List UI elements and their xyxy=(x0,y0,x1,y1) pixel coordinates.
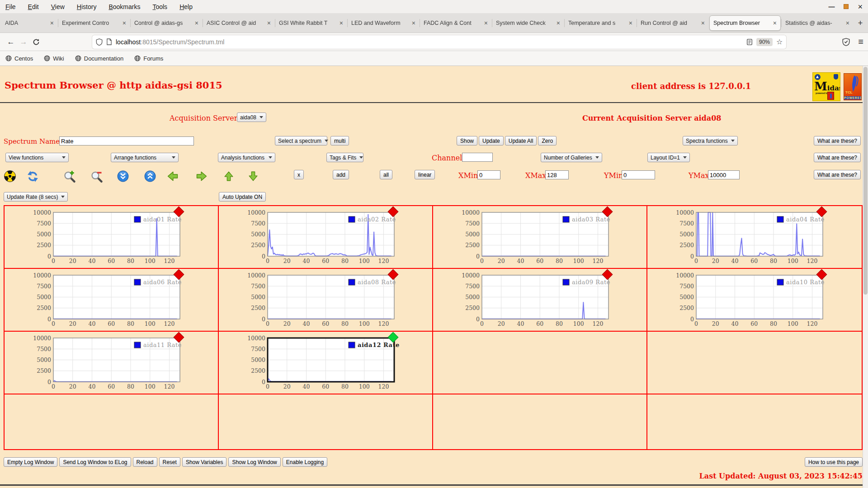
reload-button[interactable] xyxy=(30,36,42,48)
what-are-these-button-2[interactable]: What are these? xyxy=(814,153,861,162)
tab-close-icon[interactable]: × xyxy=(629,19,632,27)
bookmark-forums[interactable]: Forums xyxy=(134,55,163,62)
tab-close-icon[interactable]: × xyxy=(123,19,126,27)
spectrum-chart-aida04[interactable]: 025005000750010000020406080100120aida04 … xyxy=(647,206,860,266)
reset-button[interactable]: Reset xyxy=(159,457,180,467)
menu-help[interactable]: Help xyxy=(179,3,193,10)
update-rate-dropdown[interactable]: Update Rate (8 secs) xyxy=(4,192,68,202)
select-spectrum-dropdown[interactable]: Select a spectrum xyxy=(275,136,327,145)
spectrum-chart-aida02[interactable]: 025005000750010000020406080100120aida02 … xyxy=(219,206,431,266)
view-functions-dropdown[interactable]: View functions xyxy=(5,153,69,162)
bookmark-wiki[interactable]: Wiki xyxy=(44,55,64,62)
pan-left-icon[interactable] xyxy=(166,170,179,183)
scrollbar-thumb[interactable] xyxy=(863,67,868,295)
tab-system-wide-check[interactable]: System wide Check× xyxy=(492,15,564,31)
what-are-these-button-3[interactable]: What are these? xyxy=(814,170,861,179)
number-of-galleries-dropdown[interactable]: Number of Galleries xyxy=(541,153,602,162)
tab-asic-control-aid[interactable]: ASIC Control @ aid× xyxy=(203,15,274,31)
gallery-cell-empty[interactable] xyxy=(433,394,647,449)
x-axis-button[interactable]: x xyxy=(294,170,304,179)
all-button[interactable]: all xyxy=(380,170,392,179)
menu-history[interactable]: History xyxy=(77,3,97,10)
tab-close-icon[interactable]: × xyxy=(701,19,705,27)
tab-close-icon[interactable]: × xyxy=(773,19,777,27)
bookmark-documentation[interactable]: Documentation xyxy=(75,55,123,62)
zero-button[interactable]: Zero xyxy=(538,136,557,145)
multi-button[interactable]: multi xyxy=(330,136,349,145)
tab-close-icon[interactable]: × xyxy=(340,19,343,27)
spectra-functions-dropdown[interactable]: Spectra functions xyxy=(683,136,738,145)
reload-button[interactable]: Reload xyxy=(133,457,157,467)
arrange-functions-dropdown[interactable]: Arrange functions xyxy=(111,153,179,162)
menu-bookmarks[interactable]: Bookmarks xyxy=(108,3,140,10)
xmin-input[interactable] xyxy=(477,170,500,179)
tab-close-icon[interactable]: × xyxy=(195,19,198,27)
close-icon[interactable]: × xyxy=(858,5,863,9)
gallery-cell-aida06[interactable]: 025005000750010000020406080100120aida06 … xyxy=(5,269,219,332)
how-to-use-button[interactable]: How to use this page xyxy=(805,457,863,467)
spectrum-chart-aida08[interactable]: 025005000750010000020406080100120aida08 … xyxy=(219,269,431,329)
tab-close-icon[interactable]: × xyxy=(412,19,415,27)
zoom-out-icon[interactable] xyxy=(90,170,103,183)
scroll-up-icon[interactable] xyxy=(144,170,156,183)
channel-input[interactable] xyxy=(462,153,493,162)
show-variables-button[interactable]: Show Variables xyxy=(182,457,227,467)
pan-up-icon[interactable] xyxy=(222,170,235,183)
tab-control-aidas-gs[interactable]: Control @ aidas-gs× xyxy=(131,15,202,31)
spectrum-chart-aida10[interactable]: 025005000750010000020406080100120aida10 … xyxy=(647,269,860,329)
forward-button[interactable]: → xyxy=(17,36,30,48)
send-log-window-to-elog-button[interactable]: Send Log Window to ELog xyxy=(59,457,131,467)
gallery-cell-aida11[interactable]: 025005000750010000020406080100120aida11 … xyxy=(5,332,219,394)
gallery-cell-empty[interactable] xyxy=(433,332,647,394)
gallery-cell-aida02[interactable]: 025005000750010000020406080100120aida02 … xyxy=(219,206,433,269)
reader-mode-icon[interactable] xyxy=(746,39,753,45)
gallery-cell-aida12[interactable]: 025005000750010000020406080100120aida12 … xyxy=(219,332,433,394)
refresh-icon[interactable] xyxy=(26,170,39,183)
tcl-powered-logo[interactable]: TCL POWERED xyxy=(844,73,862,100)
minimize-icon[interactable]: — xyxy=(828,3,835,10)
gallery-cell-aida04[interactable]: 025005000750010000020406080100120aida04 … xyxy=(647,206,862,269)
spectrum-chart-aida11[interactable]: 025005000750010000020406080100120aida11 … xyxy=(5,332,217,392)
layout-id-dropdown[interactable]: Layout ID=1 xyxy=(647,153,690,162)
what-are-these-button-1[interactable]: What are these? xyxy=(814,136,861,145)
show-log-window-button[interactable]: Show Log Window xyxy=(228,457,280,467)
tab-close-icon[interactable]: × xyxy=(557,19,560,27)
bookmark-star-icon[interactable]: ☆ xyxy=(776,38,783,46)
add-button[interactable]: add xyxy=(333,170,349,179)
menu-tools[interactable]: Tools xyxy=(152,3,167,10)
pan-down-icon[interactable] xyxy=(247,170,259,183)
tab-close-icon[interactable]: × xyxy=(50,19,54,27)
pan-right-icon[interactable] xyxy=(195,170,208,183)
update-all-button[interactable]: Update All xyxy=(505,136,537,145)
back-button[interactable]: ← xyxy=(5,36,17,48)
tab-led-and-waveform[interactable]: LED and Waveform× xyxy=(348,15,419,31)
url-bar[interactable]: localhost:8015/Spectrum/Spectrum.tml 90%… xyxy=(92,35,786,49)
tags-fits-dropdown[interactable]: Tags & Fits xyxy=(326,153,363,162)
spectrum-chart-aida09[interactable]: 025005000750010000020406080100120aida09 … xyxy=(433,269,646,329)
gallery-cell-aida03[interactable]: 025005000750010000020406080100120aida03 … xyxy=(433,206,647,269)
tab-fadc-align-cont[interactable]: FADC Align & Cont× xyxy=(420,15,491,31)
enable-logging-button[interactable]: Enable Logging xyxy=(283,457,327,467)
spectrum-chart-aida12[interactable]: 025005000750010000020406080100120aida12 … xyxy=(219,332,431,392)
tab-close-icon[interactable]: × xyxy=(267,19,271,27)
ymin-input[interactable] xyxy=(622,170,655,179)
tab-experiment-contro[interactable]: Experiment Contro× xyxy=(58,15,130,31)
spectrum-chart-aida03[interactable]: 025005000750010000020406080100120aida03 … xyxy=(433,206,646,266)
spectrum-name-input[interactable] xyxy=(59,136,194,145)
ymax-input[interactable] xyxy=(708,170,740,179)
spectrum-chart-aida01[interactable]: 025005000750010000020406080100120aida01 … xyxy=(5,206,217,266)
bookmark-centos[interactable]: Centos xyxy=(5,55,33,62)
menu-edit[interactable]: Edit xyxy=(28,3,39,10)
analysis-functions-dropdown[interactable]: Analysis functions xyxy=(218,153,275,162)
zoom-level-badge[interactable]: 90% xyxy=(756,38,773,46)
menu-hamburger-icon[interactable]: ≡ xyxy=(858,37,863,47)
acquisition-server-select[interactable]: aida08 xyxy=(237,113,266,122)
menu-view[interactable]: View xyxy=(51,3,65,10)
auto-update-button[interactable]: Auto Update ON xyxy=(219,192,266,202)
tab-close-icon[interactable]: × xyxy=(846,19,849,27)
tab-aida[interactable]: AIDA× xyxy=(1,15,57,31)
gallery-cell-empty[interactable] xyxy=(647,332,862,394)
linear-button[interactable]: linear xyxy=(415,170,435,179)
tab-run-control-aid[interactable]: Run Control @ aid× xyxy=(637,15,708,31)
update-button[interactable]: Update xyxy=(479,136,504,145)
